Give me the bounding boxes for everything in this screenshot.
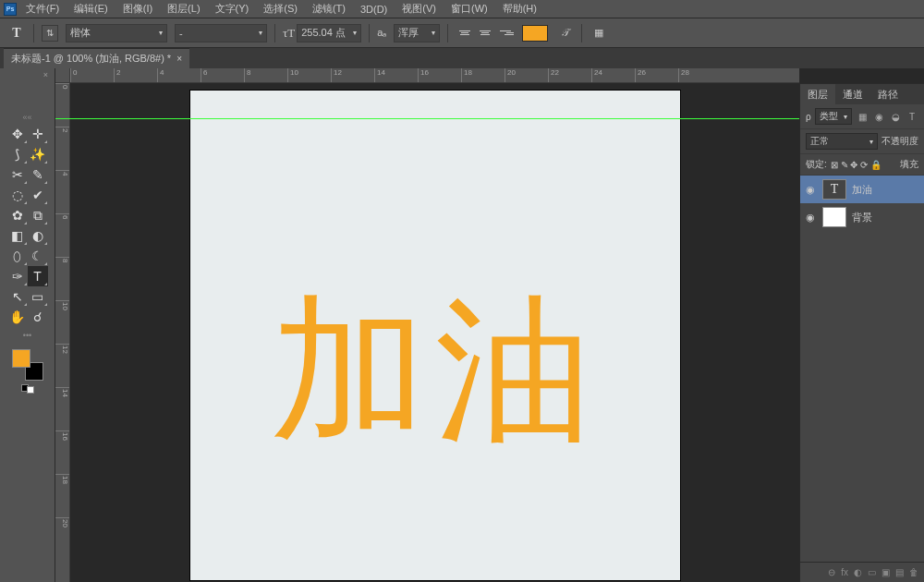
guide-horizontal[interactable] (55, 118, 799, 119)
app-logo-icon: Ps (4, 3, 17, 16)
menu-image[interactable]: 图像(I) (117, 0, 158, 18)
menu-filter[interactable]: 滤镜(T) (307, 0, 351, 18)
menu-layer[interactable]: 图层(L) (162, 0, 205, 18)
tool-type[interactable]: T (28, 266, 48, 286)
separator (369, 24, 370, 42)
tool-lasso[interactable]: ⟆ (7, 144, 28, 164)
font-size-icon: τT (283, 26, 295, 41)
layer-name[interactable]: 加油 (852, 183, 872, 197)
font-size-dropdown[interactable]: 255.04 点 (297, 24, 361, 42)
blend-mode-dropdown[interactable]: 正常 (806, 133, 878, 150)
tool-pen[interactable]: ✑ (7, 266, 28, 286)
warp-text-button[interactable]: 𝒯 (555, 24, 574, 42)
document-canvas[interactable]: 加油 (190, 91, 680, 580)
menu-window[interactable]: 窗口(W) (445, 0, 493, 18)
mask-icon[interactable]: ◐ (854, 567, 862, 577)
panel-grip-icon[interactable]: «« (22, 113, 31, 122)
delete-layer-icon[interactable]: 🗑 (909, 567, 918, 577)
filter-icon[interactable]: T (906, 110, 918, 123)
tool-stamp[interactable]: ⧉ (28, 205, 48, 225)
layer-kind-dropdown[interactable]: 类型 (815, 108, 852, 125)
tool-hand[interactable]: ✋ (7, 307, 28, 327)
tab-layers[interactable]: 图层 (800, 84, 835, 104)
opacity-label: 不透明度 (881, 135, 918, 148)
tab-channels[interactable]: 通道 (835, 84, 870, 104)
toolbar-menu-icon[interactable]: ••• (23, 331, 31, 340)
fill-label: 填充 (900, 158, 918, 171)
layer-thumbnail[interactable]: T (822, 179, 846, 200)
layer-thumbnail[interactable] (822, 207, 846, 227)
text-color-swatch[interactable] (522, 25, 548, 42)
lock-icons[interactable]: ⊠ ✎ ✥ ⟳ 🔒 (831, 160, 881, 170)
font-family-dropdown[interactable]: 楷体 (66, 24, 167, 42)
lock-label: 锁定: (806, 158, 827, 171)
panel-tabs: 图层 通道 路径 (800, 84, 924, 104)
canvas-text-layer[interactable]: 加油 (190, 266, 680, 478)
close-panel-icon[interactable]: × (43, 70, 48, 79)
align-left-button[interactable] (456, 24, 474, 42)
default-colors[interactable] (21, 384, 34, 394)
layer-name[interactable]: 背景 (852, 211, 872, 224)
menu-edit[interactable]: 编辑(E) (68, 0, 114, 18)
tool-artboard[interactable]: ✛ (28, 124, 48, 144)
filter-icon[interactable]: ▦ (856, 110, 869, 123)
tool-brush[interactable]: ✔ (28, 185, 48, 205)
tool-magic-wand[interactable]: ✨ (28, 144, 48, 164)
separator (447, 24, 448, 42)
visibility-toggle-icon[interactable]: ◉ (806, 212, 817, 224)
layer-filter-row: ρ 类型 ▦ ◉ ◒ T (800, 104, 924, 129)
ruler-horizontal[interactable]: 0246810121416182022242628 (70, 68, 799, 83)
tool-zoom[interactable]: ☌ (28, 307, 48, 327)
fx-icon[interactable]: fx (841, 567, 848, 577)
text-orientation-toggle[interactable]: ⇅ (42, 25, 58, 42)
tab-paths[interactable]: 路径 (870, 84, 906, 104)
ruler-corner[interactable] (55, 68, 70, 83)
tool-marquee[interactable]: ◌ (7, 185, 28, 205)
tools-panel: «« × ✥✛ ⟆✨ ✂✎ ◌✔ ✿⧉ ◧◐ ⬯☾ ✑T ↖▭ ✋☌ ••• (0, 68, 55, 582)
close-tab-icon[interactable]: × (176, 54, 182, 64)
font-style-dropdown[interactable]: - (175, 24, 267, 42)
foreground-color[interactable] (12, 349, 30, 368)
adjustment-icon[interactable]: ▭ (868, 567, 876, 577)
tool-healing[interactable]: ✿ (7, 205, 28, 225)
text-align-group (456, 24, 515, 42)
menu-select[interactable]: 选择(S) (258, 0, 303, 18)
group-icon[interactable]: ▣ (881, 567, 890, 577)
separator (274, 24, 275, 42)
link-layers-icon[interactable]: ⊖ (828, 567, 835, 577)
tool-shape[interactable]: ▭ (28, 286, 48, 307)
document-tab-title: 未标题-1 @ 100% (加油, RGB/8#) * (11, 52, 171, 66)
menu-text[interactable]: 文字(Y) (210, 0, 255, 18)
character-panel-button[interactable]: ▦ (590, 24, 608, 42)
font-size-group: τT 255.04 点 (283, 24, 361, 42)
right-panels: 图层 通道 路径 ρ 类型 ▦ ◉ ◒ T 正常 不透明度 锁定: ⊠ ✎ ✥ … (799, 68, 924, 582)
menu-file[interactable]: 文件(F) (20, 0, 65, 18)
visibility-toggle-icon[interactable]: ◉ (806, 184, 817, 196)
layers-panel: 图层 通道 路径 ρ 类型 ▦ ◉ ◒ T 正常 不透明度 锁定: ⊠ ✎ ✥ … (800, 83, 924, 231)
tool-crop[interactable]: ✂ (7, 164, 28, 185)
layer-row[interactable]: ◉ T 加油 (800, 176, 924, 203)
tool-move[interactable]: ✥ (7, 124, 28, 144)
blend-row: 正常 不透明度 (800, 129, 924, 154)
filter-icon[interactable]: ◉ (872, 110, 885, 123)
layer-row[interactable]: ◉ 背景 (800, 203, 924, 231)
tool-blur[interactable]: ⬯ (7, 246, 28, 266)
tool-path-select[interactable]: ↖ (7, 286, 28, 307)
new-layer-icon[interactable]: ▤ (895, 567, 904, 577)
antialiasing-dropdown[interactable]: 浑厚 (394, 24, 440, 42)
ruler-vertical[interactable]: 02468101214161820 (55, 83, 70, 582)
tool-gradient[interactable]: ◐ (28, 225, 48, 246)
document-tabs: 未标题-1 @ 100% (加油, RGB/8#) * × (0, 48, 924, 68)
align-right-button[interactable] (496, 24, 515, 42)
filter-icon[interactable]: ◒ (889, 110, 902, 123)
separator (581, 24, 582, 42)
tool-dodge[interactable]: ☾ (28, 246, 48, 266)
document-tab[interactable]: 未标题-1 @ 100% (加油, RGB/8#) * × (4, 48, 189, 68)
tool-eraser[interactable]: ◧ (7, 225, 28, 246)
menu-view[interactable]: 视图(V) (396, 0, 442, 18)
menu-help[interactable]: 帮助(H) (497, 0, 542, 18)
menu-3d[interactable]: 3D(D) (355, 2, 393, 17)
align-center-button[interactable] (476, 24, 494, 42)
tool-eyedropper[interactable]: ✎ (28, 164, 48, 185)
filter-kind-icon: ρ (806, 112, 811, 122)
